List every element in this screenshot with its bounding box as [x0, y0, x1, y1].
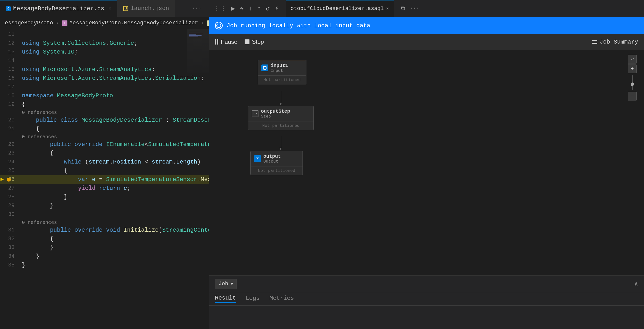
output-node[interactable]: output Output Not partitioned	[250, 151, 303, 175]
job-status-bar: Job running locally with local input dat…	[209, 17, 644, 34]
code-line-14: 14	[0, 56, 209, 65]
cs-icon: C	[6, 6, 11, 11]
input-node-footer: Not partitioned	[258, 76, 306, 84]
class-icon: C	[62, 20, 68, 26]
code-line-30: 30	[0, 210, 209, 219]
breadcrumb-sep1: ›	[56, 20, 59, 26]
zoom-slider-thumb[interactable]	[630, 82, 634, 86]
job-select-chevron: ▼	[231, 282, 234, 286]
code-line-27: 27 yield return e;	[0, 184, 209, 193]
tab-overflow-menu[interactable]: ···	[192, 5, 202, 12]
code-line-22: 22 public override IEnumerable<Simulated…	[0, 140, 209, 149]
code-line-23: 23 {	[0, 149, 209, 158]
zoom-in-button[interactable]: +	[628, 64, 637, 73]
code-line-19: 19 {	[0, 100, 209, 109]
code-line-11: 11	[0, 30, 209, 39]
stop-label: Stop	[252, 38, 264, 45]
lines-icon	[592, 40, 597, 44]
tab-cs[interactable]: C MessageBodyDeserializer.cs ×	[0, 0, 117, 17]
debug-step-into-icon[interactable]: ↓	[248, 5, 252, 12]
output-node-title: output	[263, 154, 281, 159]
tab-logs[interactable]: Logs	[246, 295, 260, 302]
tab-cs-close[interactable]: ×	[108, 6, 111, 11]
debug-step-out-icon[interactable]: ↑	[257, 5, 261, 12]
breadcrumb-part1: essageBodyProto	[5, 20, 53, 26]
breadcrumb-part2: MessageBodyProto.MessageBodyDeserializer	[69, 20, 198, 26]
output-node-footer: Not partitioned	[251, 166, 302, 175]
pause-label: Pause	[221, 38, 237, 45]
connector-1	[281, 91, 281, 104]
debug-restart-icon[interactable]: ↺	[266, 4, 270, 12]
breadcrumb-sep2: ›	[201, 20, 204, 26]
json-icon: {}	[123, 6, 128, 11]
zoom-fit-button[interactable]: ⤢	[628, 55, 637, 64]
step-node-icon: <>	[252, 110, 258, 117]
zoom-out-button[interactable]: −	[628, 92, 637, 100]
code-line-20: 20 public class MessageBodyDeserializer …	[0, 116, 209, 124]
step-node-footer: Not partitioned	[248, 122, 314, 130]
diagram-area[interactable]: ⤢ + − input1 In	[209, 50, 644, 276]
debug-disconnect-icon[interactable]: ⚡	[274, 4, 278, 12]
code-line-31: 31 public override void Initialize(Strea…	[0, 226, 209, 234]
code-editor[interactable]: 11 12 using System.Collections.Generic; …	[0, 29, 209, 329]
tab-result[interactable]: Result	[215, 295, 236, 303]
code-line-12: 12 using System.Collections.Generic;	[0, 39, 209, 48]
code-line-18: 18 namespace MessageBodyProto	[0, 92, 209, 100]
right-tab-close[interactable]: ×	[386, 6, 389, 11]
job-status-icon	[215, 22, 223, 30]
bottom-panel: Job ▼ ∧ Result Logs Metrics	[209, 276, 644, 329]
job-summary-button[interactable]: Job Summary	[592, 39, 638, 45]
job-select-label: Job	[218, 281, 228, 287]
debug-continue-icon[interactable]: ▶	[231, 4, 235, 12]
bottom-tabs: Result Logs Metrics	[209, 292, 644, 306]
code-line-17: 17	[0, 83, 209, 92]
code-line-21: 21 {	[0, 124, 209, 133]
split-editor-icon[interactable]: ⧉	[401, 5, 405, 12]
code-editor-panel: essageBodyProto › C MessageBodyProto.Mes…	[0, 17, 209, 329]
debug-grid-icon[interactable]: ⋮⋮	[214, 4, 226, 12]
step-node[interactable]: <> outputStep Step Not partitioned	[248, 106, 314, 130]
code-line-13: 13 using System.IO;	[0, 48, 209, 56]
code-lines: 11 12 using System.Collections.Generic; …	[0, 29, 209, 270]
editor-more-icon[interactable]: ···	[410, 5, 420, 12]
fn-icon: ƒ	[207, 20, 209, 26]
code-line-34: 34 }	[0, 252, 209, 261]
job-controls-bar: Pause Stop Job Summary	[209, 34, 644, 50]
job-panel: Job running locally with local input dat…	[209, 17, 644, 329]
code-line-32: 32 {	[0, 234, 209, 243]
stop-icon	[244, 40, 250, 44]
job-status-text: Job running locally with local input dat…	[226, 22, 370, 29]
input-node[interactable]: input1 Input Not partitioned	[258, 60, 306, 84]
tab-json[interactable]: {} launch.json	[117, 0, 175, 17]
tab-cs-label: MessageBodyDeserializer.cs	[13, 5, 104, 12]
code-line-29: 29 }	[0, 202, 209, 210]
output-node-subtitle: Output	[263, 159, 281, 164]
code-line-28: 28 }	[0, 193, 209, 202]
input-node-title: input1	[271, 63, 288, 68]
breadcrumb: essageBodyProto › C MessageBodyProto.Mes…	[0, 17, 209, 29]
stop-button[interactable]: Stop	[244, 38, 264, 45]
zoom-slider[interactable]	[632, 75, 633, 90]
code-line-16: 16 using Microsoft.Azure.StreamAnalytics…	[0, 74, 209, 83]
zoom-controls: ⤢ + −	[628, 55, 637, 100]
output-node-icon	[254, 155, 261, 162]
input-node-icon	[262, 64, 268, 71]
step-node-title: outputStep	[261, 108, 290, 114]
code-line-15: 15 using Microsoft.Azure.StreamAnalytics…	[0, 65, 209, 74]
code-line-35: 35 }	[0, 261, 209, 270]
right-tab-label: otobufCloudDeserializer.asaql	[290, 6, 384, 12]
tab-json-label: launch.json	[130, 5, 169, 12]
code-line-26: ▶ 26 var e = SimulatedTemperatureSensor.…	[0, 175, 209, 184]
pause-icon	[215, 39, 218, 44]
debug-step-over-icon[interactable]: ↷	[240, 4, 244, 12]
code-line-25: 25 {	[0, 166, 209, 175]
step-node-subtitle: Step	[261, 114, 290, 119]
tab-metrics[interactable]: Metrics	[270, 295, 294, 302]
code-line-24: 24 while (stream.Position < stream.Lengt…	[0, 158, 209, 166]
collapse-panel-button[interactable]: ∧	[634, 280, 638, 288]
input-node-subtitle: Input	[271, 68, 288, 73]
code-line-33: 33 }	[0, 243, 209, 252]
connector-arrow-2: ▼	[280, 147, 282, 151]
pause-button[interactable]: Pause	[215, 38, 237, 45]
job-select-dropdown[interactable]: Job ▼	[215, 279, 237, 289]
